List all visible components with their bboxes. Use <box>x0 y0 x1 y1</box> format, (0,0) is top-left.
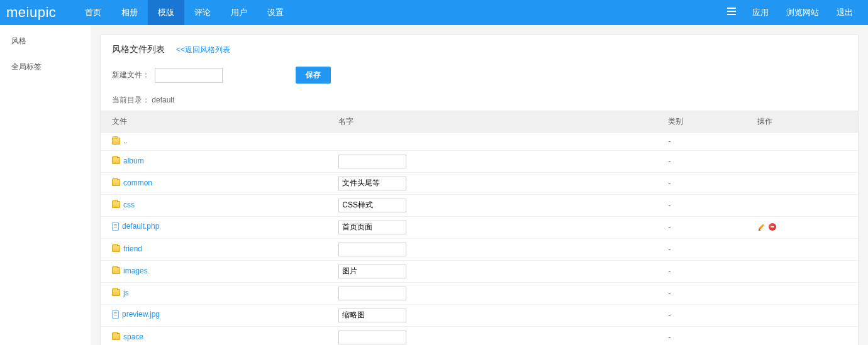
type-cell: - <box>662 304 751 326</box>
file-link[interactable]: space <box>112 332 143 341</box>
main-content: 风格文件列表 <<返回风格列表 新建文件： 保存 当前目录： default 文… <box>91 25 868 345</box>
top-navbar: meiupic 首页相册模版评论用户设置 应用浏览网站退出 <box>0 0 868 25</box>
table-row: space- <box>101 326 858 345</box>
new-file-label: 新建文件： <box>112 70 150 80</box>
th-file: 文件 <box>101 111 332 133</box>
file-label: js <box>123 288 129 297</box>
type-cell: - <box>662 216 751 238</box>
file-link[interactable]: preview.jpg <box>112 310 160 319</box>
file-label: common <box>123 178 152 187</box>
file-link[interactable]: common <box>112 178 152 187</box>
main-nav: 首页相册模版评论用户设置 <box>75 0 720 25</box>
folder-icon <box>112 267 120 274</box>
file-link[interactable]: images <box>112 266 148 275</box>
name-input[interactable] <box>338 243 406 256</box>
file-link[interactable]: .. <box>112 136 128 145</box>
name-input[interactable] <box>338 309 406 322</box>
file-table: 文件 名字 类别 操作 ..-album-common-css-default.… <box>101 111 858 345</box>
table-row: ..- <box>101 133 858 151</box>
sidebar: 风格全局标签 <box>0 25 91 345</box>
new-file-input[interactable] <box>155 68 223 83</box>
name-input[interactable] <box>338 287 406 300</box>
type-cell: - <box>662 260 751 282</box>
file-icon <box>112 222 119 231</box>
th-op: 操作 <box>751 111 858 133</box>
file-icon <box>112 310 119 319</box>
current-dir: 当前目录： default <box>101 91 858 111</box>
nav-right-item-2[interactable]: 退出 <box>828 0 862 25</box>
type-cell: - <box>662 282 751 304</box>
file-label: space <box>123 332 143 341</box>
type-cell: - <box>662 133 751 151</box>
folder-icon <box>112 289 120 296</box>
table-row: friend- <box>101 238 858 260</box>
file-list-panel: 风格文件列表 <<返回风格列表 新建文件： 保存 当前目录： default 文… <box>100 35 859 345</box>
table-row: images- <box>101 260 858 282</box>
folder-icon <box>112 179 120 186</box>
folder-icon <box>112 201 120 208</box>
folder-icon <box>112 138 120 145</box>
table-row: default.php- <box>101 216 858 238</box>
save-button[interactable]: 保存 <box>296 67 331 84</box>
table-row: js- <box>101 282 858 304</box>
file-label: preview.jpg <box>122 310 160 319</box>
nav-right: 应用浏览网站退出 <box>743 0 862 25</box>
nav-right-item-0[interactable]: 应用 <box>743 0 777 25</box>
file-link[interactable]: js <box>112 288 129 297</box>
current-dir-label: 当前目录： <box>112 96 150 104</box>
name-input[interactable] <box>338 331 406 344</box>
edit-icon[interactable] <box>757 223 766 232</box>
th-name: 名字 <box>332 111 662 133</box>
file-label: friend <box>123 244 142 253</box>
sidebar-item-0[interactable]: 风格 <box>0 28 91 54</box>
nav-right-item-1[interactable]: 浏览网站 <box>777 0 828 25</box>
folder-icon <box>112 157 120 164</box>
name-input[interactable] <box>338 199 406 212</box>
table-row: album- <box>101 150 858 172</box>
type-cell: - <box>662 172 751 194</box>
file-link[interactable]: css <box>112 200 135 209</box>
file-label: default.php <box>122 222 159 231</box>
nav-item-0[interactable]: 首页 <box>75 0 111 25</box>
name-input[interactable] <box>338 177 406 190</box>
table-row: common- <box>101 172 858 194</box>
folder-icon <box>112 333 120 340</box>
file-link[interactable]: default.php <box>112 222 159 231</box>
file-label: css <box>123 200 135 209</box>
delete-icon[interactable] <box>769 223 776 231</box>
table-row: preview.jpg- <box>101 304 858 326</box>
sidebar-item-1[interactable]: 全局标签 <box>0 54 91 80</box>
back-to-styles-link[interactable]: <<返回风格列表 <box>176 45 230 55</box>
nav-item-4[interactable]: 用户 <box>221 0 257 25</box>
folder-icon <box>112 245 120 252</box>
type-cell: - <box>662 238 751 260</box>
nav-toggle-icon[interactable] <box>720 0 743 25</box>
nav-item-3[interactable]: 评论 <box>184 0 221 25</box>
file-link[interactable]: friend <box>112 244 142 253</box>
name-input[interactable] <box>338 265 406 278</box>
type-cell: - <box>662 194 751 216</box>
new-file-row: 新建文件： 保存 <box>101 62 858 91</box>
panel-title: 风格文件列表 <box>112 44 165 55</box>
brand-logo: meiupic <box>6 4 56 21</box>
nav-item-5[interactable]: 设置 <box>257 0 294 25</box>
th-type: 类别 <box>662 111 751 133</box>
name-input[interactable] <box>338 155 406 168</box>
nav-item-1[interactable]: 相册 <box>111 0 148 25</box>
file-label: .. <box>123 136 128 145</box>
type-cell: - <box>662 326 751 345</box>
file-link[interactable]: album <box>112 156 144 165</box>
file-label: images <box>123 266 148 275</box>
nav-item-2[interactable]: 模版 <box>148 0 184 25</box>
name-input[interactable] <box>338 221 406 234</box>
current-dir-value: default <box>152 96 174 104</box>
type-cell: - <box>662 150 751 172</box>
table-row: css- <box>101 194 858 216</box>
file-label: album <box>123 156 144 165</box>
panel-header: 风格文件列表 <<返回风格列表 <box>101 35 858 62</box>
